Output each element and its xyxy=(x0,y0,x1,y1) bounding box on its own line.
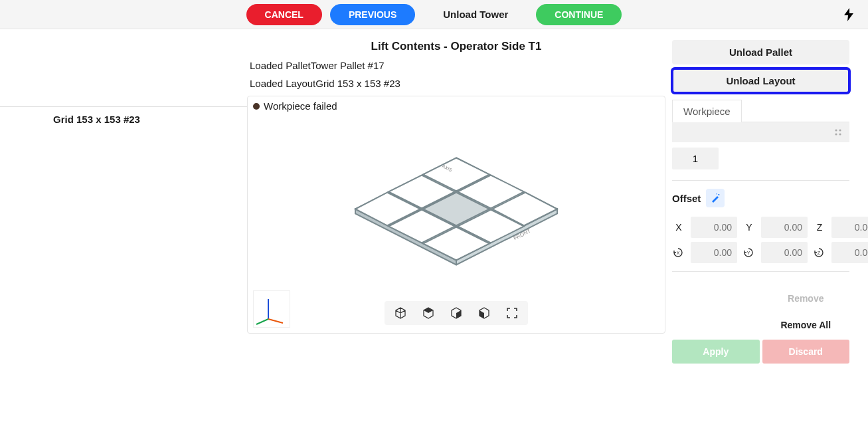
magic-wand-button[interactable] xyxy=(706,189,725,207)
offset-label: Offset xyxy=(672,193,701,204)
discard-button[interactable]: Discard xyxy=(762,340,850,364)
left-panel: Grid 153 x 153 #23 xyxy=(0,40,247,364)
svg-point-22 xyxy=(839,129,841,131)
view-front-icon[interactable] xyxy=(450,306,463,320)
page-title: Lift Contents - Operator Side T1 xyxy=(247,40,665,53)
svg-point-21 xyxy=(835,129,837,131)
offset-coords: X Y Z X Y Z xyxy=(672,217,849,263)
apply-button[interactable]: Apply xyxy=(672,340,760,364)
view-toolbar xyxy=(385,301,528,325)
svg-line-19 xyxy=(268,319,283,323)
rx-input[interactable] xyxy=(691,242,737,263)
remove-all-button[interactable]: Remove All xyxy=(762,313,850,337)
view-top-icon[interactable] xyxy=(422,306,435,320)
ry-input[interactable] xyxy=(761,242,808,263)
ry-icon: Y xyxy=(742,247,756,259)
continue-button[interactable]: CONTINUE xyxy=(536,4,622,25)
unload-pallet-button[interactable]: Unload Pallet xyxy=(672,40,849,64)
view-side-icon[interactable] xyxy=(477,306,491,320)
previous-button[interactable]: PREVIOUS xyxy=(330,4,415,25)
z-label: Z xyxy=(813,222,826,233)
right-panel: Unload Pallet Unload Layout Workpiece Of… xyxy=(665,40,868,364)
z-input[interactable] xyxy=(831,217,868,238)
svg-line-20 xyxy=(256,319,268,324)
remove-button[interactable]: Remove xyxy=(762,286,850,310)
bolt-icon[interactable] xyxy=(844,8,853,21)
drag-handle-icon xyxy=(833,128,843,137)
tab-workpiece[interactable]: Workpiece xyxy=(672,100,742,122)
top-bar: CANCEL PREVIOUS Unload Tower CONTINUE xyxy=(0,0,868,29)
y-input[interactable] xyxy=(761,217,808,238)
svg-point-23 xyxy=(835,133,837,135)
drag-handle-row[interactable] xyxy=(672,122,849,142)
unload-layout-button[interactable]: Unload Layout xyxy=(672,68,849,93)
status-dot-icon xyxy=(253,103,260,110)
x-input[interactable] xyxy=(691,217,737,238)
rz-input[interactable] xyxy=(831,242,868,263)
3d-viewer[interactable]: Workpiece failed xyxy=(247,96,665,334)
fullscreen-icon[interactable] xyxy=(505,306,519,320)
rx-icon: X xyxy=(672,247,685,259)
view-iso-icon[interactable] xyxy=(394,306,407,320)
y-label: Y xyxy=(742,222,756,233)
quantity-input[interactable] xyxy=(672,148,719,169)
topbar-title: Unload Tower xyxy=(423,9,528,20)
loaded-pallet-text: Loaded PalletTower Pallet #17 xyxy=(247,60,665,71)
center-panel: Lift Contents - Operator Side T1 Loaded … xyxy=(247,40,665,364)
axes-gizmo[interactable] xyxy=(253,290,290,328)
topbar-controls: CANCEL PREVIOUS Unload Tower CONTINUE xyxy=(246,4,622,25)
grid-list-item[interactable]: Grid 153 x 153 #23 xyxy=(0,106,247,132)
workpiece-status: Workpiece failed xyxy=(253,100,337,112)
status-text: Workpiece failed xyxy=(264,100,337,112)
svg-text:X: X xyxy=(677,251,680,255)
tab-panel: Offset X Y Z X Y Z xyxy=(672,122,849,364)
svg-text:Z: Z xyxy=(818,251,821,255)
x-label: X xyxy=(672,222,685,233)
action-buttons: Remove Remove All Apply Discard xyxy=(672,286,849,364)
loaded-layout-text: Loaded LayoutGrid 153 x 153 #23 xyxy=(247,78,665,89)
rz-icon: Z xyxy=(813,247,826,259)
svg-point-24 xyxy=(839,133,841,135)
svg-text:Y: Y xyxy=(747,251,750,255)
cancel-button[interactable]: CANCEL xyxy=(246,4,322,25)
pallet-grid-render: FRONT AXIS xyxy=(350,153,563,266)
